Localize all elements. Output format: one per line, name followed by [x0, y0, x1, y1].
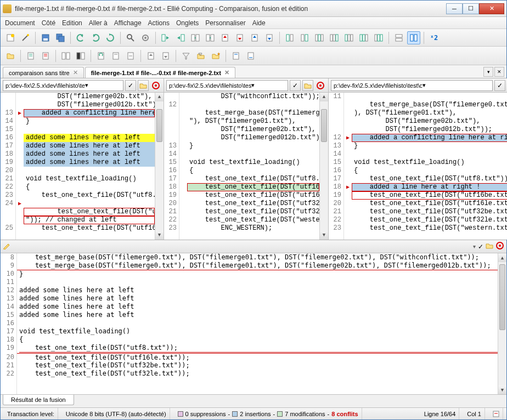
doc-c-icon[interactable]: [109, 49, 122, 63]
doc-a-icon[interactable]: [24, 49, 37, 63]
check-icon[interactable]: ✓: [290, 80, 301, 91]
app-window: file-merge-1.txt # file-merge-0.txt # fi…: [0, 0, 507, 420]
menu-onglets[interactable]: Onglets: [176, 19, 199, 27]
tab-merge-result[interactable]: Résultat de la fusion: [3, 395, 74, 405]
three-merge-3-icon[interactable]: [342, 31, 356, 44]
filter-folder-icon[interactable]: [194, 49, 207, 63]
tab-file-merge[interactable]: file-merge-1.txt # file-...-0.txt # file…: [85, 67, 235, 78]
right-code[interactable]: 11121314151617181920212223▶▶ test_merge_…: [329, 93, 507, 240]
menu-aller-a[interactable]: Aller à: [89, 19, 108, 27]
three-merge-2-icon[interactable]: [328, 31, 341, 44]
maximize-button[interactable]: ☐: [463, 3, 479, 14]
doc-arrow-dn-icon[interactable]: [159, 49, 172, 63]
svg-rect-46: [360, 35, 362, 41]
path-input[interactable]: p:\dev-fix\2.5.x\dev\filehisto\test\c ▾: [331, 80, 493, 91]
tab-label: comparaison sans titre: [9, 70, 70, 76]
target-icon[interactable]: [495, 241, 504, 252]
folder-star-icon[interactable]: ★: [209, 49, 222, 63]
nav-next-diff-icon[interactable]: [233, 31, 246, 44]
three-merge-4-icon[interactable]: [357, 31, 370, 44]
svg-rect-51: [380, 35, 382, 41]
open-folder-icon[interactable]: [138, 80, 149, 91]
path-input[interactable]: p:\dev-fix\2.5.x\dev\filehisto\te ▾: [3, 80, 123, 91]
merge-right-icon[interactable]: [174, 31, 187, 44]
close-icon[interactable]: ✕: [73, 69, 78, 76]
three-merge-5-icon[interactable]: [372, 31, 385, 44]
refresh-icon[interactable]: [104, 31, 117, 44]
check-icon[interactable]: ✓: [125, 80, 136, 91]
tab-label: file-merge-1.txt # file-...-0.txt # file…: [91, 70, 221, 76]
menu-cote[interactable]: Côté: [42, 19, 55, 27]
check-icon[interactable]: ✓: [478, 243, 483, 251]
undo-icon[interactable]: [74, 31, 87, 44]
doc-pair-2-icon[interactable]: [74, 49, 87, 63]
merge-all-left-icon[interactable]: [283, 31, 296, 44]
left-code[interactable]: 13141516171819202122232425▶▶ DST("fileme…: [1, 93, 164, 240]
secondary-toolbar: ★: [1, 47, 506, 65]
svg-rect-48: [365, 35, 368, 41]
svg-rect-52: [396, 35, 402, 37]
nav-prev-diff-icon[interactable]: [218, 31, 232, 44]
menu-actions[interactable]: Actions: [148, 19, 170, 27]
search-icon[interactable]: [124, 31, 137, 44]
merge-all-right-icon[interactable]: [298, 31, 311, 44]
edit-icon[interactable]: [3, 242, 10, 251]
svg-rect-38: [318, 35, 320, 41]
filter-icon[interactable]: [179, 49, 193, 63]
close-button[interactable]: ✕: [479, 3, 504, 14]
open-folder-icon[interactable]: [486, 242, 493, 251]
save-icon[interactable]: [39, 31, 52, 44]
target-icon[interactable]: [150, 80, 161, 91]
left-pane: p:\dev-fix\2.5.x\dev\filehisto\te ▾ ✓ 13…: [1, 78, 164, 240]
scrollbar[interactable]: ▲▼: [155, 93, 164, 240]
doc-b-icon[interactable]: [39, 49, 52, 63]
settings-icon[interactable]: [139, 31, 152, 44]
svg-rect-53: [396, 38, 402, 41]
doc-arrow-up-icon[interactable]: [144, 49, 157, 63]
mid-code[interactable]: 121314151617181920212223 DST("withconfli…: [164, 93, 328, 240]
nav-next-conflict-icon[interactable]: [263, 31, 276, 44]
merge-left-icon[interactable]: [159, 31, 172, 44]
check-icon[interactable]: ✓: [494, 80, 505, 91]
svg-rect-42: [336, 35, 338, 41]
right-pane: p:\dev-fix\2.5.x\dev\filehisto\test\c ▾ …: [329, 78, 507, 240]
status-line: Ligne 16/64: [421, 408, 460, 419]
tabs-dropdown-icon[interactable]: ▾: [483, 67, 493, 77]
scrollbar[interactable]: ▲▼: [498, 253, 506, 394]
statusbar: Transaction level: Unicode 8 bits (UTF-8…: [1, 407, 506, 419]
merge-code[interactable]: 8910111213141516171819202122 test_merge_…: [1, 253, 506, 394]
tabs-close-icon[interactable]: ✕: [494, 67, 504, 77]
menu-personnaliser[interactable]: Personnaliser: [205, 19, 245, 27]
open-folder-icon[interactable]: [302, 80, 313, 91]
chevron-down-icon[interactable]: ▾: [473, 243, 476, 249]
x2-icon[interactable]: ˣ2: [427, 31, 441, 44]
menu-document[interactable]: Document: [5, 19, 35, 27]
refresh-files-icon[interactable]: [94, 49, 108, 63]
wand-icon[interactable]: [19, 31, 32, 44]
doc-d-icon[interactable]: [124, 49, 137, 63]
redo-icon[interactable]: [89, 31, 102, 44]
folder-open-icon[interactable]: [4, 49, 17, 63]
layout-vert-icon[interactable]: [407, 31, 420, 44]
scrollbar[interactable]: ▲▼: [319, 93, 328, 240]
target-icon[interactable]: [315, 80, 326, 91]
minimize-button[interactable]: ─: [446, 3, 463, 14]
copy-right-icon[interactable]: [204, 31, 217, 44]
tab-comparison[interactable]: comparaison sans titre ✕: [3, 67, 84, 78]
menu-affichage[interactable]: Affichage: [114, 19, 142, 27]
doc-f-icon[interactable]: [244, 49, 257, 63]
doc-e-icon[interactable]: [229, 49, 243, 63]
window-title: file-merge-1.txt # file-merge-0.txt # fi…: [15, 5, 446, 13]
svg-rect-37: [316, 35, 318, 41]
save-all-icon[interactable]: [54, 31, 67, 44]
menu-aide[interactable]: Aide: [252, 19, 266, 27]
copy-left-icon[interactable]: [189, 31, 202, 44]
layout-horiz-icon[interactable]: [392, 31, 405, 44]
new-icon[interactable]: [4, 31, 17, 44]
nav-prev-conflict-icon[interactable]: [248, 31, 261, 44]
doc-pair-1-icon[interactable]: [59, 49, 72, 63]
three-merge-1-icon[interactable]: [313, 31, 326, 44]
path-input[interactable]: p:\dev-fix\2.5.x\dev\filehisto\tes ▾: [166, 80, 288, 91]
menu-edition[interactable]: Edition: [62, 19, 82, 27]
close-icon[interactable]: ✕: [224, 69, 229, 76]
